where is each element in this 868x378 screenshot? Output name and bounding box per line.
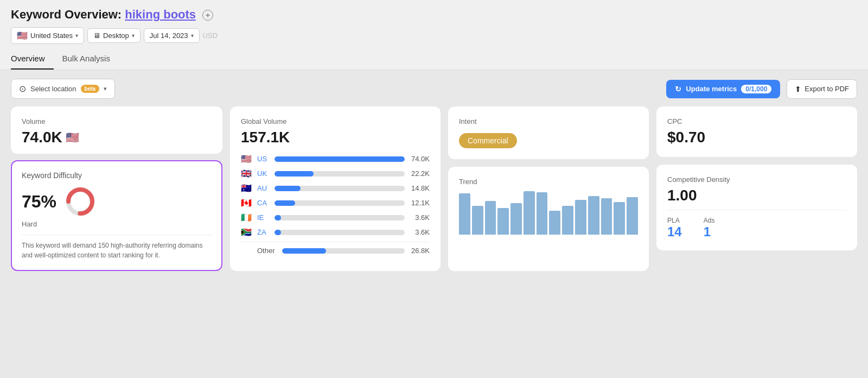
select-location-button[interactable]: ⊙ Select location beta ▾ — [11, 79, 115, 99]
export-label: Export to PDF — [805, 85, 849, 93]
code-ca: CA — [257, 199, 270, 207]
beta-badge: beta — [81, 85, 100, 93]
bar-fill-us — [275, 156, 405, 162]
pla-item: PLA 14 — [667, 217, 682, 240]
date-chevron-icon: ▾ — [191, 33, 194, 39]
location-flag: 🇺🇸 — [17, 30, 28, 41]
tabs-row: Overview Bulk Analysis — [11, 49, 857, 70]
intent-card: Intent Commercial — [448, 106, 649, 159]
toolbar-right: ↻ Update metrics 0/1,000 ⬆ Export to PDF — [666, 79, 857, 99]
currency-label: USD — [203, 32, 218, 40]
keyword-text: hiking boots — [125, 8, 196, 21]
country-row-uk: 🇬🇧 UK 22.2K — [241, 168, 430, 179]
update-metrics-button[interactable]: ↻ Update metrics 0/1,000 — [666, 80, 780, 98]
date-label: Jul 14, 2023 — [150, 32, 188, 40]
value-au: 14.8K — [409, 184, 430, 192]
value-us: 74.0K — [409, 155, 430, 163]
device-filter[interactable]: 🖥 Desktop ▾ — [87, 28, 141, 43]
pla-label: PLA — [667, 217, 682, 224]
trend-bar — [497, 208, 509, 235]
main-content: ⊙ Select location beta ▾ ↻ Update metric… — [0, 70, 868, 280]
flag-ie: 🇮🇪 — [241, 212, 253, 223]
intent-label: Intent — [459, 117, 638, 125]
global-volume-value: 157.1K — [241, 129, 430, 146]
bar-fill-ca — [275, 200, 295, 206]
bar-bg-ca — [275, 200, 405, 206]
bar-fill-za — [275, 230, 281, 235]
global-volume-label: Global Volume — [241, 117, 430, 125]
code-za: ZA — [257, 228, 270, 236]
bar-bg-other — [282, 248, 405, 254]
device-icon: 🖥 — [93, 32, 100, 40]
trend-bar — [588, 196, 599, 235]
pla-ads-row: PLA 14 Ads 1 — [667, 217, 846, 240]
code-us: US — [257, 155, 270, 163]
intent-trend-column: Intent Commercial Trend — [448, 106, 649, 271]
volume-flag: 🇺🇸 — [66, 131, 79, 144]
value-za: 3.6K — [409, 228, 430, 236]
page-title: Keyword Overview: hiking boots + — [11, 8, 857, 22]
select-location-label: Select location — [30, 85, 76, 93]
ads-value: 1 — [704, 224, 715, 240]
kd-card: Keyword Difficulty 75% Hard This keyword… — [11, 160, 222, 271]
cpc-label: CPC — [667, 117, 846, 125]
intent-value: Commercial — [459, 133, 517, 148]
date-filter[interactable]: Jul 14, 2023 ▾ — [144, 28, 200, 43]
trend-bar — [549, 211, 560, 235]
kd-percent: 75% — [22, 192, 56, 212]
competitive-density-value: 1.00 — [667, 187, 846, 204]
country-row-au: 🇦🇺 AU 14.8K — [241, 183, 430, 193]
refresh-icon: ↻ — [675, 85, 681, 93]
ads-label: Ads — [704, 217, 715, 224]
device-chevron-icon: ▾ — [132, 33, 135, 39]
cpc-card: CPC $0.70 — [656, 106, 857, 157]
top-bar: Keyword Overview: hiking boots + 🇺🇸 Unit… — [0, 0, 868, 70]
flag-ca: 🇨🇦 — [241, 198, 253, 208]
kd-divider — [22, 235, 212, 235]
metrics-count-badge: 0/1,000 — [741, 85, 771, 93]
trend-bar — [562, 206, 573, 235]
volume-label: Volume — [22, 117, 212, 125]
trend-bar — [614, 202, 625, 235]
upload-icon: ⬆ — [795, 85, 801, 93]
kd-description: This keyword will demand 150 high-author… — [22, 241, 212, 260]
code-ie: IE — [257, 213, 270, 222]
tab-overview[interactable]: Overview — [11, 49, 54, 70]
country-row-za: 🇿🇦 ZA 3.6K — [241, 227, 430, 237]
add-keyword-icon[interactable]: + — [202, 10, 213, 21]
pla-value: 14 — [667, 224, 682, 240]
trend-bar — [459, 193, 470, 235]
bar-fill-other — [282, 248, 326, 254]
label-other: Other — [257, 247, 278, 255]
kd-label: Keyword Difficulty — [22, 171, 212, 180]
location-filter[interactable]: 🇺🇸 United States ▾ — [11, 27, 84, 44]
location-chevron-icon: ▾ — [75, 33, 78, 39]
trend-bar — [510, 203, 522, 235]
trend-bar — [537, 192, 548, 235]
value-ca: 12.1K — [409, 199, 430, 207]
trend-bar — [485, 201, 496, 235]
location-label: United States — [30, 32, 73, 40]
title-prefix: Keyword Overview: — [11, 8, 122, 21]
kd-donut-chart — [64, 185, 97, 218]
trend-bar — [627, 197, 638, 235]
trend-bars-chart — [459, 191, 638, 235]
right-column: CPC $0.70 Competitive Density 1.00 PLA 1… — [656, 106, 857, 271]
flag-us: 🇺🇸 — [241, 154, 253, 164]
value-uk: 22.2K — [409, 169, 430, 178]
bar-fill-uk — [275, 171, 314, 177]
country-row-ie: 🇮🇪 IE 3.6K — [241, 212, 430, 223]
volume-card: Volume 74.0K 🇺🇸 — [11, 106, 222, 154]
country-row-ca: 🇨🇦 CA 12.1K — [241, 198, 430, 208]
export-pdf-button[interactable]: ⬆ Export to PDF — [787, 79, 857, 99]
kd-main: 75% — [22, 185, 212, 218]
code-uk: UK — [257, 169, 270, 178]
bar-bg-ie — [275, 215, 405, 220]
cpc-value: $0.70 — [667, 129, 846, 146]
flag-au: 🇦🇺 — [241, 183, 253, 193]
volume-column: Volume 74.0K 🇺🇸 Keyword Difficulty 75% — [11, 106, 222, 271]
value-other: 26.8K — [409, 247, 430, 255]
tab-bulk-analysis[interactable]: Bulk Analysis — [62, 49, 119, 70]
trend-label: Trend — [459, 178, 638, 186]
competitive-divider — [667, 210, 846, 210]
